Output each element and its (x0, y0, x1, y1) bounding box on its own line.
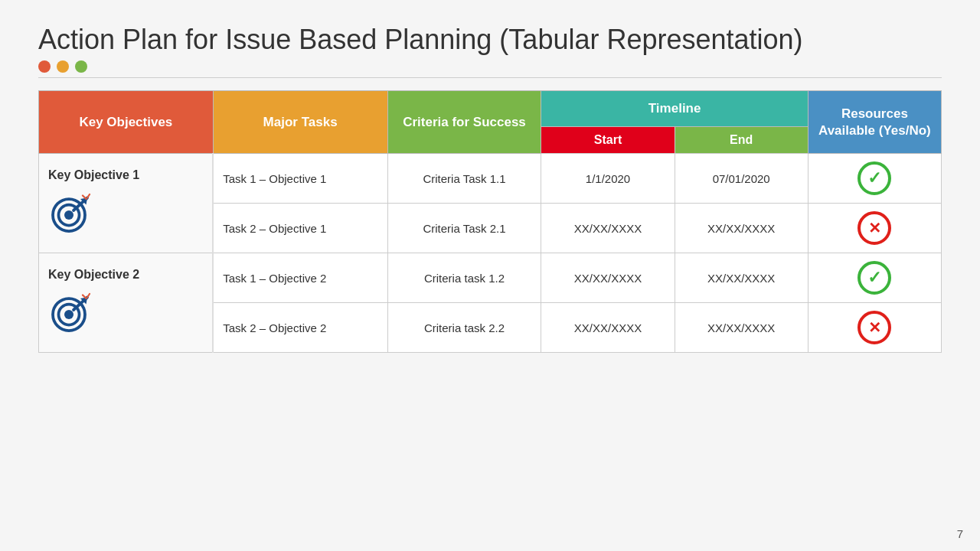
start-cell: XX/XX/XXXX (541, 303, 675, 353)
dot-red (38, 60, 51, 73)
header-key-objectives: Key Objectives (39, 91, 214, 154)
resources-cell: ✓ (808, 154, 941, 204)
header-timeline: Timeline (541, 91, 808, 127)
x-icon: ✕ (858, 311, 891, 344)
criteria-cell: Criteria task 2.2 (387, 303, 541, 353)
criteria-cell: Criteria task 1.2 (387, 253, 541, 303)
objective-title: Key Objective 1 (48, 168, 139, 182)
header-criteria: Criteria for Success (387, 91, 541, 154)
target-icon (48, 190, 94, 238)
criteria-cell: Criteria Task 2.1 (387, 204, 541, 253)
target-icon (48, 289, 94, 337)
page-number: 7 (957, 527, 963, 540)
end-cell: XX/XX/XXXX (675, 204, 808, 253)
main-table: Key Objectives Major Tasks Criteria for … (38, 90, 942, 353)
header-resources: Resources Available (Yes/No) (808, 91, 941, 154)
objective-cell-1: Key Objective 1 (39, 154, 214, 253)
svg-line-13 (83, 295, 87, 299)
resources-cell: ✕ (808, 303, 941, 353)
start-cell: XX/XX/XXXX (541, 204, 675, 253)
svg-line-6 (83, 196, 87, 200)
objective-cell-2: Key Objective 2 (39, 253, 214, 353)
task-cell: Task 2 – Objective 2 (213, 303, 387, 353)
end-cell: XX/XX/XXXX (675, 303, 808, 353)
svg-line-5 (87, 194, 90, 198)
subheader-start: Start (541, 127, 675, 154)
table-header-row: Key Objectives Major Tasks Criteria for … (39, 91, 942, 127)
task-cell: Task 2 – Objective 1 (213, 204, 387, 253)
objective-title: Key Objective 2 (48, 268, 139, 282)
start-cell: 1/1/2020 (541, 154, 675, 204)
criteria-cell: Criteria Task 1.1 (387, 154, 541, 204)
subheader-end: End (675, 127, 808, 154)
dot-orange (57, 60, 69, 73)
check-icon: ✓ (858, 261, 891, 295)
divider (38, 77, 942, 78)
resources-cell: ✕ (808, 204, 941, 253)
x-icon: ✕ (858, 211, 891, 245)
start-cell: XX/XX/XXXX (541, 253, 675, 303)
dot-green (75, 60, 87, 73)
dots-row (38, 60, 942, 73)
svg-point-9 (64, 310, 74, 319)
table-row: Key Objective 2 Task 1 – Objective 2Crit… (39, 253, 942, 303)
page-title: Action Plan for Issue Based Planning (Ta… (38, 23, 942, 56)
svg-line-12 (87, 294, 90, 298)
table-row: Key Objective 1 Task 1 – Objective 1Crit… (39, 154, 942, 204)
resources-cell: ✓ (808, 253, 941, 303)
task-cell: Task 1 – Objective 1 (213, 154, 387, 204)
header-major-tasks: Major Tasks (213, 91, 387, 154)
table-body: Key Objective 1 Task 1 – Objective 1Crit… (39, 154, 942, 353)
check-icon: ✓ (858, 161, 891, 195)
svg-point-2 (64, 210, 74, 220)
slide: Action Plan for Issue Based Planning (Ta… (0, 0, 980, 551)
task-cell: Task 1 – Objective 2 (213, 253, 387, 303)
end-cell: 07/01/2020 (675, 154, 808, 204)
end-cell: XX/XX/XXXX (675, 253, 808, 303)
